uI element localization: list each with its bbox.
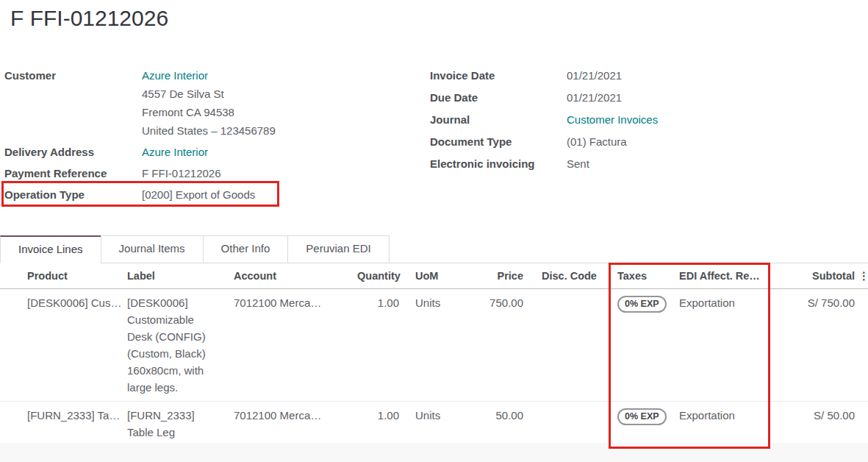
label-text: [DESK0006] Customizable Desk (CONFIG) (C… [127, 294, 209, 396]
col-header-product[interactable]: Product [0, 263, 125, 289]
journal-label: Journal [430, 110, 567, 129]
cell-uom: Units [403, 402, 454, 447]
col-header-taxes[interactable]: Taxes [601, 263, 678, 289]
operation-type-label: Operation Type [4, 185, 142, 204]
cell-subtotal: S/ 750.00 [770, 289, 858, 402]
invoice-line-row[interactable]: [DESK0006] Cus… [DESK0006] Customizable … [0, 289, 868, 402]
cell-options-spacer [858, 289, 868, 402]
field-operation-type: Operation Type [0200] Export of Goods [4, 185, 420, 204]
payment-reference-value: F FFI-01212026 [142, 164, 221, 182]
field-group-left: Customer Azure Interior 4557 De Silva St… [4, 66, 420, 204]
cell-label: [DESK0006] Customizable Desk (CONFIG) (C… [125, 289, 232, 402]
journal-link[interactable]: Customer Invoices [567, 110, 658, 129]
delivery-address-link[interactable]: Azure Interior [142, 143, 208, 161]
tab-journal-items[interactable]: Journal Items [101, 235, 204, 263]
cell-quantity: 1.00 [355, 289, 403, 402]
cell-edi-affect: Exportation [678, 289, 770, 402]
invoice-lines-table: Product Label Account Quantity UoM Price… [0, 263, 868, 446]
field-customer: Customer Azure Interior 4557 De Silva St… [4, 66, 420, 140]
customer-city: Fremont CA 94538 [142, 103, 276, 121]
field-electronic-invoicing: Electronic invoicing Sent [430, 154, 842, 173]
col-header-edi-affect[interactable]: EDI Affect. Re… [678, 263, 770, 289]
delivery-address-label: Delivery Address [4, 143, 142, 161]
col-header-label[interactable]: Label [125, 263, 232, 289]
customer-country: United States – 123456789 [142, 121, 276, 140]
cell-disc-code [528, 402, 601, 447]
col-header-uom[interactable]: UoM [403, 263, 454, 289]
cell-subtotal: S/ 50.00 [770, 402, 858, 447]
invoice-date-label: Invoice Date [430, 66, 567, 85]
cell-taxes: 0% EXP [601, 289, 678, 402]
cell-price: 750.00 [454, 289, 528, 402]
invoice-form-page: F FFI-01212026 Customer Azure Interior 4… [0, 0, 868, 462]
payment-reference-label: Payment Reference [4, 164, 142, 182]
customer-link[interactable]: Azure Interior [142, 66, 276, 85]
cell-account: 7012100 Merca… [232, 402, 355, 447]
cell-uom: Units [403, 289, 454, 402]
tab-invoice-lines[interactable]: Invoice Lines [0, 235, 101, 263]
cell-account: 7012100 Merca… [232, 289, 355, 402]
electronic-invoicing-label: Electronic invoicing [430, 154, 567, 173]
invoice-line-row[interactable]: [FURN_2333] Ta… [FURN_2333] Table Leg 70… [0, 402, 868, 447]
page-title: F FFI-01212026 [10, 6, 168, 31]
table-header-row: Product Label Account Quantity UoM Price… [0, 263, 868, 289]
cell-options-spacer [858, 402, 868, 447]
field-invoice-date: Invoice Date 01/21/2021 [430, 66, 842, 85]
cell-label: [FURN_2333] Table Leg [125, 402, 232, 447]
cell-taxes: 0% EXP [601, 402, 678, 447]
cell-product: [FURN_2333] Ta… [0, 402, 125, 447]
tab-other-info[interactable]: Other Info [203, 235, 289, 263]
label-text: [FURN_2333] Table Leg [127, 407, 209, 441]
col-header-disc-code[interactable]: Disc. Code [528, 263, 601, 289]
tab-peruvian-edi[interactable]: Peruvian EDI [287, 235, 389, 263]
customer-street: 4557 De Silva St [142, 85, 276, 103]
notebook-tabs: Invoice Lines Journal Items Other Info P… [0, 235, 389, 263]
electronic-invoicing-value: Sent [567, 154, 589, 173]
cell-edi-affect: Exportation [678, 402, 770, 447]
invoice-date-value: 01/21/2021 [567, 66, 622, 85]
optional-columns-icon[interactable]: ⋮ [858, 263, 868, 289]
cell-disc-code [528, 289, 601, 402]
field-journal: Journal Customer Invoices [430, 110, 842, 129]
col-header-subtotal[interactable]: Subtotal [770, 263, 858, 289]
customer-label: Customer [4, 66, 142, 140]
cell-quantity: 1.00 [355, 402, 403, 447]
tax-badge: 0% EXP [617, 408, 667, 425]
col-header-account[interactable]: Account [232, 263, 355, 289]
tax-badge: 0% EXP [617, 296, 667, 313]
cell-price: 50.00 [454, 402, 528, 447]
document-type-label: Document Type [430, 132, 567, 151]
field-due-date: Due Date 01/21/2021 [430, 88, 842, 107]
operation-type-value: [0200] Export of Goods [142, 185, 255, 204]
col-header-quantity[interactable]: Quantity [355, 263, 403, 289]
field-payment-reference: Payment Reference F FFI-01212026 [4, 164, 420, 182]
due-date-value: 01/21/2021 [567, 88, 622, 107]
cell-product: [DESK0006] Cus… [0, 289, 125, 402]
document-type-value: (01) Factura [567, 132, 627, 151]
field-group-right: Invoice Date 01/21/2021 Due Date 01/21/2… [430, 66, 842, 173]
due-date-label: Due Date [430, 88, 567, 107]
field-document-type: Document Type (01) Factura [430, 132, 842, 151]
field-delivery-address: Delivery Address Azure Interior [4, 143, 420, 161]
customer-value: Azure Interior 4557 De Silva St Fremont … [142, 66, 276, 140]
col-header-price[interactable]: Price [454, 263, 528, 289]
